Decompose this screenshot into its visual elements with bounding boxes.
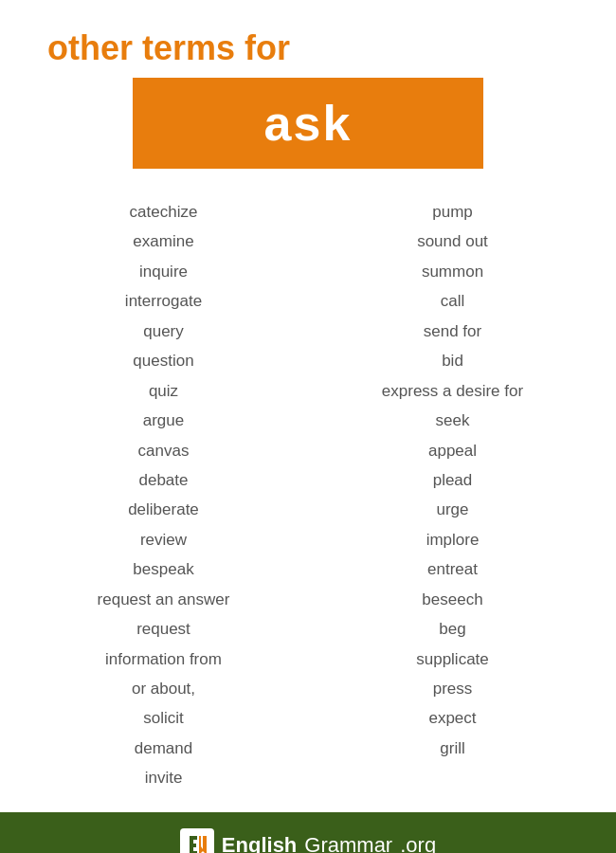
list-item: or about,	[132, 674, 195, 703]
left-column: catechizeexamineinquireinterrogatequeryq…	[19, 197, 308, 793]
list-item: entreat	[427, 554, 478, 584]
list-item: supplicate	[416, 644, 489, 674]
list-item: seek	[436, 406, 470, 435]
englishgrammar-logo-icon	[180, 828, 214, 853]
footer: EnglishGrammar.org	[0, 812, 616, 853]
right-column: pumpsound outsummoncallsend forbidexpres…	[308, 197, 597, 793]
list-item: bid	[442, 346, 463, 375]
footer-logo: EnglishGrammar.org	[180, 828, 436, 853]
synonyms-container: catechizeexamineinquireinterrogatequeryq…	[19, 197, 597, 793]
list-item: bespeak	[133, 554, 193, 584]
list-item: implore	[426, 525, 480, 554]
page-heading: other terms for	[47, 28, 290, 68]
list-item: deliberate	[128, 495, 199, 524]
word-banner: ask	[133, 78, 483, 169]
list-item: catechize	[130, 197, 198, 227]
list-item: examine	[133, 227, 193, 256]
list-item: plead	[433, 465, 473, 495]
list-item: inquire	[139, 257, 188, 286]
list-item: grill	[440, 734, 464, 763]
list-item: beseech	[422, 585, 482, 614]
main-word: ask	[264, 96, 353, 151]
list-item: question	[133, 346, 193, 375]
list-item: invite	[145, 763, 183, 792]
list-item: send for	[424, 317, 481, 346]
list-item: press	[433, 674, 473, 703]
list-item: information from	[105, 644, 222, 674]
list-item: sound out	[417, 227, 488, 256]
main-content: other terms for ask catechizeexamineinqu…	[0, 0, 616, 812]
list-item: request an answer	[98, 585, 230, 614]
list-item: call	[441, 286, 465, 316]
list-item: solicit	[143, 703, 184, 733]
list-item: express a desire for	[382, 376, 523, 406]
list-item: pump	[432, 197, 473, 227]
list-item: argue	[143, 406, 184, 435]
list-item: urge	[436, 495, 468, 524]
footer-brand-normal: Grammar	[304, 833, 392, 853]
list-item: query	[143, 317, 184, 346]
list-item: beg	[439, 614, 465, 644]
list-item: canvas	[138, 436, 190, 465]
svg-rect-0	[180, 828, 214, 853]
footer-brand-org: .org	[400, 833, 436, 853]
list-item: expect	[428, 703, 476, 733]
list-item: request	[136, 614, 190, 644]
list-item: summon	[422, 257, 483, 286]
list-item: quiz	[149, 376, 178, 406]
list-item: interrogate	[125, 286, 202, 316]
list-item: demand	[135, 734, 192, 763]
footer-brand-bold: English	[222, 833, 297, 853]
list-item: debate	[139, 465, 189, 495]
list-item: appeal	[428, 436, 477, 465]
list-item: review	[140, 525, 187, 554]
